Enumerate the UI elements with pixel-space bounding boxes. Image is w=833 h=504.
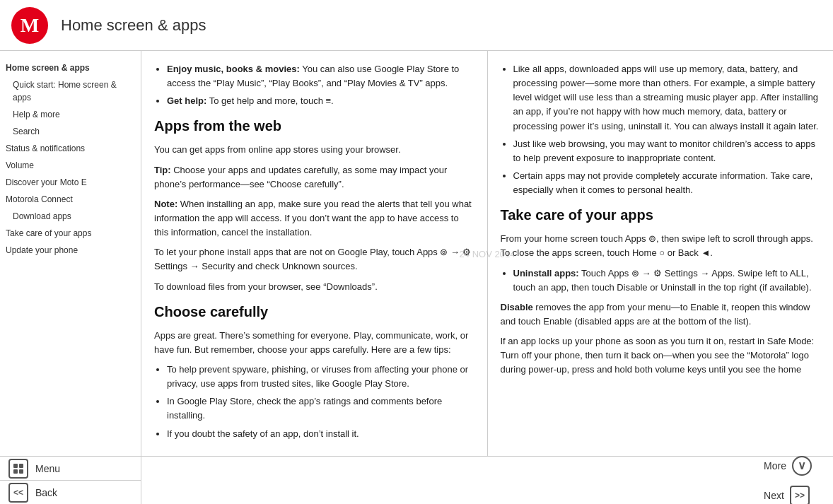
choose-tips-list: To help prevent spyware, phishing, or vi… — [167, 363, 474, 441]
disable-para: Disable removes the app from your menu—t… — [501, 300, 821, 329]
footer-left: Menu << Back — [0, 457, 141, 504]
download-para: To download files from your browser, see… — [154, 280, 474, 294]
footer-nav-btns: More ∨ Next >> — [757, 453, 819, 505]
content-col-2: Like all apps, downloaded apps will use … — [488, 51, 834, 456]
take-care-para: From your home screen touch Apps ⊚, then… — [501, 232, 821, 260]
back-label: Back — [35, 487, 57, 498]
col2-bullet: Like all apps, downloaded apps will use … — [513, 62, 821, 134]
menu-label: Menu — [35, 463, 60, 474]
tip-para: Tip: Choose your apps and updates carefu… — [154, 163, 474, 192]
tip-bold: Tip: — [154, 165, 171, 175]
bullet-music-bold: Enjoy music, books & movies: — [167, 64, 300, 74]
footer: Menu << Back More ∨ Next >> — [0, 456, 833, 504]
more-icon: ∨ — [792, 456, 812, 476]
disable-bold: Disable — [501, 302, 533, 312]
col2-bullets: Like all apps, downloaded apps will use … — [513, 62, 821, 197]
back-icon: << — [8, 483, 28, 503]
safemode-para: If an app locks up your phone as soon as… — [501, 334, 821, 377]
svg-rect-0 — [13, 464, 18, 468]
sidebar-item[interactable]: Discover your Moto E — [0, 174, 141, 191]
back-button[interactable]: << Back — [0, 481, 141, 504]
next-icon: >> — [790, 486, 810, 505]
sidebar-item[interactable]: Search — [0, 123, 141, 140]
bullet-help-text: To get help and more, touch ≡. — [206, 95, 333, 106]
note-para: Note: When installing an app, make sure … — [154, 197, 474, 240]
take-care-heading: Take care of your apps — [501, 204, 821, 226]
col2-bullet: Certain apps may not provide completely … — [513, 169, 821, 197]
bullet-help: Get help: To get help and more, touch ≡. — [167, 94, 474, 108]
next-button[interactable]: Next >> — [757, 483, 819, 505]
uninstall-bold: Uninstall apps: — [513, 268, 579, 279]
sidebar-item[interactable]: Take care of your apps — [0, 225, 141, 242]
bullet-music: Enjoy music, books & movies: You can als… — [167, 62, 474, 90]
page-title: Home screen & apps — [61, 16, 206, 35]
sidebar-item[interactable]: Motorola Connect — [0, 191, 141, 208]
more-button[interactable]: More ∨ — [757, 453, 819, 479]
sidebar-item[interactable]: Update your phone — [0, 242, 141, 259]
disable-text: removes the app from your menu—to Enable… — [501, 302, 810, 327]
menu-button[interactable]: Menu — [0, 457, 141, 481]
uninstall-list: Uninstall apps: Touch Apps ⊚ → ⚙ Setting… — [513, 266, 821, 295]
tip-item: If you doubt the safety of an app, don’t… — [167, 427, 474, 441]
main-content: Home screen & appsQuick start: Home scre… — [0, 51, 833, 456]
logo-letter: M — [21, 14, 39, 37]
tip-text: Choose your apps and updates carefully, … — [154, 165, 447, 189]
menu-icon — [8, 459, 28, 479]
sidebar-item[interactable]: Home screen & apps — [0, 59, 141, 76]
sidebar-item[interactable]: Volume — [0, 157, 141, 174]
col2-bullet: Just like web browsing, you may want to … — [513, 137, 821, 165]
next-label: Next — [764, 490, 784, 501]
motorola-logo: M — [11, 7, 48, 44]
sidebar: Home screen & appsQuick start: Home scre… — [0, 51, 141, 456]
install-para: To let your phone install apps that are … — [154, 245, 474, 274]
content-wrapper: 24 NOV 2014 Enjoy music, books & movies:… — [141, 51, 833, 456]
svg-rect-3 — [19, 469, 23, 474]
sidebar-item[interactable]: Quick start: Home screen & apps — [0, 76, 141, 106]
footer-right-area: More ∨ Next >> — [141, 457, 833, 504]
sidebar-item[interactable]: Status & notifications — [0, 140, 141, 157]
more-label: More — [764, 460, 786, 471]
tip-item: In Google Play Store, check the app’s ra… — [167, 394, 474, 423]
svg-rect-2 — [13, 469, 18, 474]
content-col-1: Enjoy music, books & movies: You can als… — [141, 51, 488, 456]
bullet-help-bold: Get help: — [167, 95, 206, 106]
note-text: When installing an app, make sure you re… — [154, 199, 472, 238]
sidebar-item[interactable]: Help & more — [0, 106, 141, 123]
apps-web-para: You can get apps from online app stores … — [154, 143, 474, 157]
note-bold: Note: — [154, 199, 177, 209]
choose-para: Apps are great. There’s something for ev… — [154, 329, 474, 357]
sidebar-item[interactable]: Download apps — [0, 208, 141, 225]
choose-heading: Choose carefully — [154, 301, 474, 323]
apps-web-heading: Apps from the web — [154, 115, 474, 137]
svg-rect-1 — [19, 464, 23, 468]
uninstall-item: Uninstall apps: Touch Apps ⊚ → ⚙ Setting… — [513, 266, 821, 295]
tip-item: To help prevent spyware, phishing, or vi… — [167, 363, 474, 391]
header: M Home screen & apps — [0, 0, 833, 51]
